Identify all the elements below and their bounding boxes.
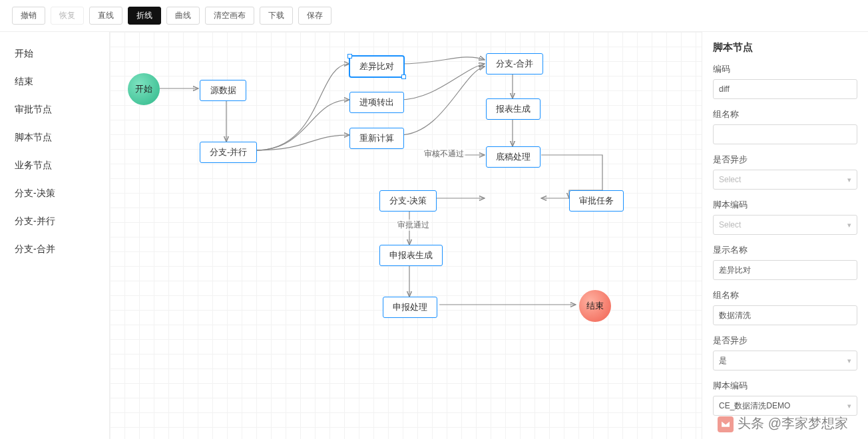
edge-label-pass: 审批通过 (396, 220, 431, 231)
chevron-down-icon: ▾ (847, 221, 851, 229)
polyline-button[interactable]: 折线 (128, 7, 161, 25)
palette-item-parallel[interactable]: 分支-并行 (0, 208, 109, 235)
node-draft-handle[interactable]: 底稿处理 (486, 146, 541, 168)
node-declare-gen[interactable]: 申报表生成 (379, 245, 443, 266)
node-end[interactable]: 结束 (579, 290, 611, 322)
panel-title: 脚本节点 (713, 41, 857, 54)
display-label: 显示名称 (713, 244, 857, 256)
curve-button[interactable]: 曲线 (166, 7, 200, 25)
script-code-label: 脚本编码 (713, 199, 857, 211)
toolbar: 撤销 恢复 直线 折线 曲线 清空画布 下载 保存 (0, 0, 868, 32)
async2-label: 是否异步 (713, 335, 857, 347)
undo-button[interactable]: 撤销 (12, 7, 45, 25)
async-select[interactable]: Select▾ (713, 170, 857, 190)
palette-item-script[interactable]: 脚本节点 (0, 124, 109, 152)
script-code-select[interactable]: Select▾ (713, 215, 857, 235)
node-recalc[interactable]: 重新计算 (349, 128, 404, 149)
download-button[interactable]: 下载 (260, 7, 293, 25)
palette-item-end[interactable]: 结束 (0, 68, 109, 96)
node-start[interactable]: 开始 (128, 73, 160, 105)
node-report-gen[interactable]: 报表生成 (486, 98, 541, 120)
redo-button: 恢复 (51, 7, 84, 25)
async-label: 是否异步 (713, 154, 857, 166)
node-source[interactable]: 源数据 (200, 80, 246, 101)
edge-label-fail: 审核不通过 (423, 148, 465, 160)
palette-item-merge[interactable]: 分支-合并 (0, 235, 109, 263)
palette-item-start[interactable]: 开始 (0, 40, 109, 68)
node-audit-task[interactable]: 审批任务 (569, 190, 624, 212)
properties-panel: 脚本节点 编码 组名称 是否异步 Select▾ 脚本编码 Select▾ 显示… (702, 32, 868, 439)
group2-label: 组名称 (713, 289, 857, 301)
node-export[interactable]: 进项转出 (349, 92, 404, 113)
watermark: 头条 @李家梦想家 (718, 414, 848, 432)
group2-input[interactable] (713, 305, 857, 325)
chevron-down-icon: ▾ (847, 402, 851, 410)
toutiao-logo-icon (718, 416, 734, 432)
code-input[interactable] (713, 79, 857, 99)
chevron-down-icon: ▾ (847, 357, 851, 365)
node-branch-parallel[interactable]: 分支-并行 (200, 142, 257, 163)
node-declare-handle[interactable]: 申报处理 (383, 297, 437, 318)
node-branch-merge[interactable]: 分支-合并 (486, 53, 543, 74)
save-button[interactable]: 保存 (298, 7, 331, 25)
palette-item-approval[interactable]: 审批节点 (0, 96, 109, 124)
node-diff[interactable]: 差异比对 (349, 56, 404, 77)
group-label: 组名称 (713, 108, 857, 120)
script-code2-select[interactable]: CE_数据清洗DEMO▾ (713, 396, 857, 416)
clear-canvas-button[interactable]: 清空画布 (205, 7, 254, 25)
code-label: 编码 (713, 63, 857, 75)
palette-item-decision[interactable]: 分支-决策 (0, 180, 109, 208)
script-code2-label: 脚本编码 (713, 380, 857, 392)
group-input[interactable] (713, 124, 857, 144)
async2-select[interactable]: 是▾ (713, 351, 857, 370)
node-branch-decision[interactable]: 分支-决策 (379, 190, 437, 212)
palette-item-business[interactable]: 业务节点 (0, 152, 109, 180)
straight-line-button[interactable]: 直线 (89, 7, 122, 25)
chevron-down-icon: ▾ (847, 176, 851, 184)
node-palette: 开始 结束 审批节点 脚本节点 业务节点 分支-决策 分支-并行 分支-合并 (0, 32, 110, 439)
display-input[interactable] (713, 260, 857, 280)
flow-canvas[interactable]: 开始 源数据 分支-并行 差异比对 进项转出 重新计算 分支-合并 报表生成 底… (110, 32, 702, 439)
